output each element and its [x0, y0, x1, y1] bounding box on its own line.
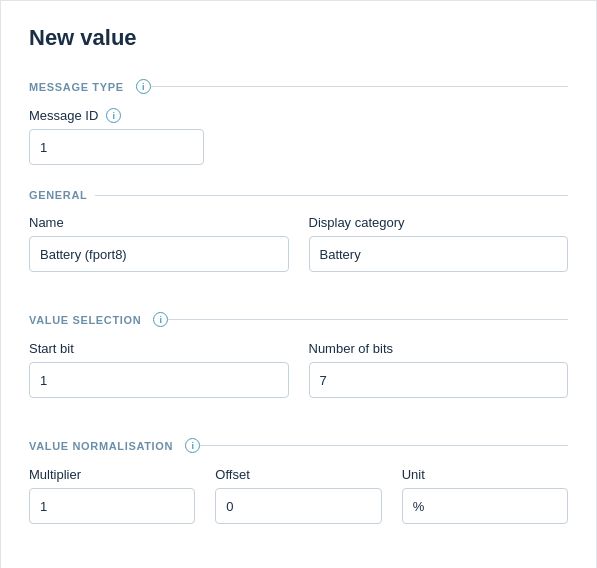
offset-field-group: Offset	[215, 467, 381, 524]
value-selection-header: VALUE SELECTION i	[29, 312, 568, 327]
value-normalisation-header: VALUE NORMALISATION i	[29, 438, 568, 453]
value-normalisation-fields-row: Multiplier Offset Unit	[29, 467, 568, 540]
general-divider	[95, 195, 568, 196]
value-selection-fields-row: Start bit Number of bits	[29, 341, 568, 414]
name-label: Name	[29, 215, 289, 230]
start-bit-input[interactable]	[29, 362, 289, 398]
number-of-bits-input[interactable]	[309, 362, 569, 398]
general-section: GENERAL Name Display category	[29, 189, 568, 288]
message-type-info-icon[interactable]: i	[136, 79, 151, 94]
message-id-label: Message ID i	[29, 108, 568, 123]
message-type-header: MESSAGE TYPE i	[29, 79, 568, 94]
message-id-input[interactable]	[29, 129, 204, 165]
page-title: New value	[29, 25, 568, 51]
unit-field-group: Unit	[402, 467, 568, 524]
multiplier-input[interactable]	[29, 488, 195, 524]
page-container: New value MESSAGE TYPE i Message ID i GE…	[0, 0, 597, 568]
message-type-divider	[151, 86, 568, 87]
value-normalisation-info-icon[interactable]: i	[185, 438, 200, 453]
start-bit-field-group: Start bit	[29, 341, 289, 398]
offset-label: Offset	[215, 467, 381, 482]
display-category-label: Display category	[309, 215, 569, 230]
value-selection-info-icon[interactable]: i	[153, 312, 168, 327]
name-field-group: Name	[29, 215, 289, 272]
unit-label: Unit	[402, 467, 568, 482]
value-selection-section: VALUE SELECTION i Start bit Number of bi…	[29, 312, 568, 414]
general-label: GENERAL	[29, 189, 87, 201]
multiplier-field-group: Multiplier	[29, 467, 195, 524]
value-normalisation-divider	[200, 445, 568, 446]
number-of-bits-field-group: Number of bits	[309, 341, 569, 398]
general-header: GENERAL	[29, 189, 568, 201]
unit-input[interactable]	[402, 488, 568, 524]
multiplier-label: Multiplier	[29, 467, 195, 482]
message-id-info-icon[interactable]: i	[106, 108, 121, 123]
number-of-bits-label: Number of bits	[309, 341, 569, 356]
general-fields-row: Name Display category	[29, 215, 568, 288]
message-type-label: MESSAGE TYPE	[29, 81, 124, 93]
name-input[interactable]	[29, 236, 289, 272]
display-category-input[interactable]	[309, 236, 569, 272]
start-bit-label: Start bit	[29, 341, 289, 356]
value-normalisation-label: VALUE NORMALISATION	[29, 440, 173, 452]
value-selection-label: VALUE SELECTION	[29, 314, 141, 326]
message-id-field-group: Message ID i	[29, 108, 568, 165]
value-normalisation-section: VALUE NORMALISATION i Multiplier Offset …	[29, 438, 568, 540]
message-type-section: MESSAGE TYPE i Message ID i	[29, 79, 568, 165]
offset-input[interactable]	[215, 488, 381, 524]
display-category-field-group: Display category	[309, 215, 569, 272]
value-selection-divider	[168, 319, 568, 320]
